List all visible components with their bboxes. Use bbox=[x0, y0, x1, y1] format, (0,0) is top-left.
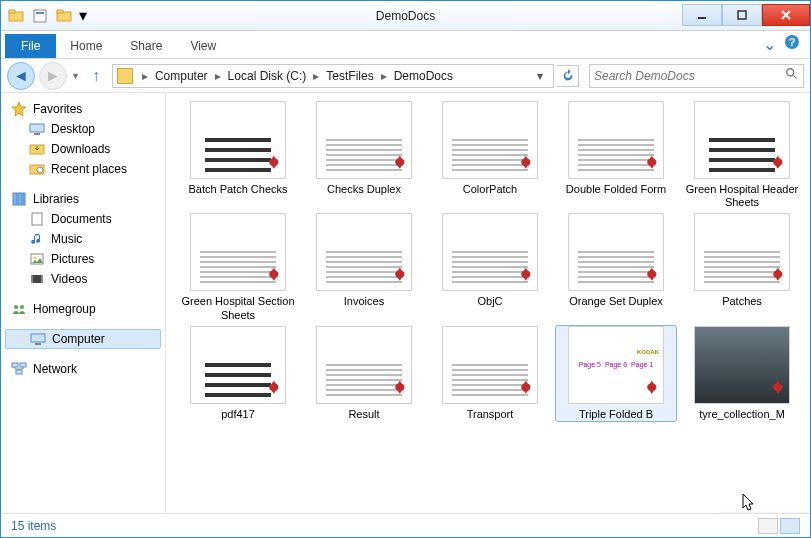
pdf-badge-icon bbox=[387, 379, 409, 401]
forward-button[interactable]: ► bbox=[39, 62, 67, 90]
svg-rect-7 bbox=[738, 11, 746, 19]
file-thumbnail bbox=[442, 326, 538, 404]
file-tile[interactable]: Patches bbox=[682, 213, 802, 321]
svg-rect-35 bbox=[16, 370, 22, 374]
maximize-button[interactable] bbox=[722, 4, 762, 26]
file-name-label: ObjC bbox=[477, 295, 502, 308]
help-icon[interactable]: ? bbox=[784, 34, 800, 54]
statusbar: 15 items bbox=[1, 513, 810, 537]
svg-rect-20 bbox=[13, 193, 17, 205]
content-area[interactable]: Batch Patch ChecksChecks DuplexColorPatc… bbox=[166, 93, 810, 513]
recent-locations-icon[interactable]: ▼ bbox=[71, 71, 80, 81]
nav-documents[interactable]: Documents bbox=[1, 209, 165, 229]
file-thumbnail bbox=[316, 101, 412, 179]
search-input[interactable] bbox=[594, 69, 785, 83]
svg-rect-32 bbox=[35, 343, 41, 345]
file-tile[interactable]: ObjC bbox=[430, 213, 550, 321]
file-tile[interactable]: Orange Set Duplex bbox=[556, 213, 676, 321]
file-tile[interactable]: Double Folded Form bbox=[556, 101, 676, 209]
svg-rect-28 bbox=[41, 275, 43, 283]
breadcrumb-item[interactable]: Local Disk (C:) bbox=[226, 69, 309, 83]
file-tile[interactable]: Green Hospital Header Sheets bbox=[682, 101, 802, 209]
location-folder-icon bbox=[117, 68, 133, 84]
file-name-label: Batch Patch Checks bbox=[188, 183, 287, 196]
up-button[interactable]: ↑ bbox=[84, 64, 108, 88]
nav-label: Homegroup bbox=[33, 302, 96, 316]
nav-label: Music bbox=[51, 232, 82, 246]
file-name-label: Orange Set Duplex bbox=[569, 295, 663, 308]
file-tile[interactable]: Checks Duplex bbox=[304, 101, 424, 209]
file-thumbnail bbox=[442, 101, 538, 179]
minimize-ribbon-icon[interactable]: ⌄ bbox=[763, 35, 776, 54]
nav-downloads[interactable]: Downloads bbox=[1, 139, 165, 159]
file-name-label: Green Hospital Header Sheets bbox=[682, 183, 802, 209]
folder-icon[interactable] bbox=[5, 5, 27, 27]
file-thumbnail: Page 5Page 6Page 1KODAK bbox=[568, 326, 664, 404]
nav-label: Videos bbox=[51, 272, 87, 286]
nav-favorites[interactable]: Favorites bbox=[1, 99, 165, 119]
nav-music[interactable]: Music bbox=[1, 229, 165, 249]
file-name-label: Double Folded Form bbox=[566, 183, 666, 196]
close-button[interactable] bbox=[762, 4, 810, 26]
search-box[interactable] bbox=[589, 64, 804, 88]
pdf-badge-icon bbox=[513, 154, 535, 176]
nav-videos[interactable]: Videos bbox=[1, 269, 165, 289]
chevron-right-icon[interactable]: ▸ bbox=[139, 69, 151, 83]
svg-rect-27 bbox=[31, 275, 33, 283]
file-tile[interactable]: ColorPatch bbox=[430, 101, 550, 209]
svg-rect-1 bbox=[9, 10, 15, 13]
tab-view[interactable]: View bbox=[176, 34, 230, 58]
nav-computer[interactable]: Computer bbox=[5, 329, 161, 349]
nav-label: Favorites bbox=[33, 102, 82, 116]
back-button[interactable]: ◄ bbox=[7, 62, 35, 90]
breadcrumb-item[interactable]: TestFiles bbox=[324, 69, 375, 83]
file-name-label: pdf417 bbox=[221, 408, 255, 421]
file-tile[interactable]: tyre_collection_M bbox=[682, 326, 802, 421]
nav-homegroup[interactable]: Homegroup bbox=[1, 299, 165, 319]
file-tab[interactable]: File bbox=[5, 34, 56, 58]
file-tile[interactable]: Transport bbox=[430, 326, 550, 421]
nav-libraries[interactable]: Libraries bbox=[1, 189, 165, 209]
breadcrumb-item[interactable]: Computer bbox=[153, 69, 210, 83]
nav-network[interactable]: Network bbox=[1, 359, 165, 379]
chevron-right-icon[interactable]: ▸ bbox=[212, 69, 224, 83]
file-name-label: Transport bbox=[467, 408, 514, 421]
qat-dropdown-icon[interactable]: ▾ bbox=[77, 5, 89, 27]
minimize-button[interactable] bbox=[682, 4, 722, 26]
item-count: 15 items bbox=[11, 519, 56, 533]
details-view-button[interactable] bbox=[758, 518, 778, 534]
file-tile[interactable]: pdf417 bbox=[178, 326, 298, 421]
breadcrumb-item[interactable]: DemoDocs bbox=[392, 69, 455, 83]
nav-desktop[interactable]: Desktop bbox=[1, 119, 165, 139]
nav-recent[interactable]: Recent places bbox=[1, 159, 165, 179]
file-tile[interactable]: Result bbox=[304, 326, 424, 421]
file-tile[interactable]: Invoices bbox=[304, 213, 424, 321]
chevron-right-icon[interactable]: ▸ bbox=[378, 69, 390, 83]
search-icon[interactable] bbox=[785, 67, 799, 85]
tab-share[interactable]: Share bbox=[116, 34, 176, 58]
window-controls bbox=[682, 5, 810, 27]
file-tile[interactable]: Batch Patch Checks bbox=[178, 101, 298, 209]
new-folder-icon[interactable] bbox=[53, 5, 75, 27]
chevron-right-icon[interactable]: ▸ bbox=[310, 69, 322, 83]
file-thumbnail bbox=[316, 326, 412, 404]
properties-icon[interactable] bbox=[29, 5, 51, 27]
file-tile[interactable]: Green Hospital Section Sheets bbox=[178, 213, 298, 321]
refresh-button[interactable] bbox=[557, 65, 579, 87]
nav-label: Network bbox=[33, 362, 77, 376]
nav-pictures[interactable]: Pictures bbox=[1, 249, 165, 269]
pdf-badge-icon bbox=[765, 154, 787, 176]
pdf-badge-icon bbox=[513, 379, 535, 401]
file-thumbnail bbox=[190, 101, 286, 179]
breadcrumb[interactable]: ▸ Computer ▸ Local Disk (C:) ▸ TestFiles… bbox=[112, 64, 554, 88]
svg-rect-21 bbox=[18, 193, 22, 205]
file-tile[interactable]: Page 5Page 6Page 1KODAKTriple Folded B bbox=[556, 326, 676, 421]
svg-rect-2 bbox=[34, 10, 46, 22]
icons-view-button[interactable] bbox=[780, 518, 800, 534]
svg-point-29 bbox=[14, 305, 18, 309]
file-thumbnail bbox=[190, 326, 286, 404]
file-name-label: Patches bbox=[722, 295, 762, 308]
tab-home[interactable]: Home bbox=[56, 34, 116, 58]
nav-label: Computer bbox=[52, 332, 105, 346]
breadcrumb-dropdown-icon[interactable]: ▾ bbox=[531, 69, 549, 83]
